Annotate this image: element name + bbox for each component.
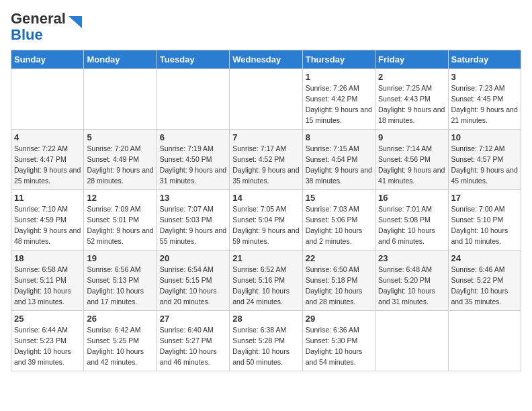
- day-number: 8: [306, 132, 372, 142]
- calendar-day-cell: 1Sunrise: 7:26 AMSunset: 4:42 PMDaylight…: [302, 69, 375, 130]
- day-info: Sunrise: 6:44 AMSunset: 5:23 PMDaylight:…: [14, 325, 81, 367]
- logo: GeneralBlue: [11, 11, 82, 43]
- calendar-day-cell: 12Sunrise: 7:09 AMSunset: 5:01 PMDayligh…: [84, 190, 157, 250]
- day-info: Sunrise: 7:23 AMSunset: 4:45 PMDaylight:…: [451, 83, 518, 126]
- day-info: Sunrise: 7:10 AMSunset: 4:59 PMDaylight:…: [14, 204, 81, 246]
- day-number: 11: [14, 193, 81, 203]
- day-info: Sunrise: 7:19 AMSunset: 4:50 PMDaylight:…: [160, 144, 226, 186]
- day-number: 19: [87, 253, 153, 263]
- day-info: Sunrise: 7:26 AMSunset: 4:42 PMDaylight:…: [306, 83, 372, 126]
- day-number: 16: [378, 193, 445, 203]
- calendar-day-cell: 21Sunrise: 6:52 AMSunset: 5:16 PMDayligh…: [230, 250, 302, 311]
- day-number: 28: [232, 314, 299, 324]
- calendar-day-cell: 3Sunrise: 7:23 AMSunset: 4:45 PMDaylight…: [448, 69, 521, 130]
- day-number: 24: [451, 253, 518, 263]
- day-number: 27: [160, 314, 226, 324]
- calendar-day-cell: 11Sunrise: 7:10 AMSunset: 4:59 PMDayligh…: [11, 190, 84, 250]
- day-info: Sunrise: 6:46 AMSunset: 5:22 PMDaylight:…: [451, 265, 518, 307]
- day-info: Sunrise: 6:48 AMSunset: 5:20 PMDaylight:…: [378, 265, 445, 307]
- calendar-day-cell: 5Sunrise: 7:20 AMSunset: 4:49 PMDaylight…: [84, 130, 157, 190]
- day-info: Sunrise: 7:17 AMSunset: 4:52 PMDaylight:…: [232, 144, 299, 186]
- calendar-week-row: 4Sunrise: 7:22 AMSunset: 4:47 PMDaylight…: [11, 130, 521, 190]
- calendar-day-cell: 16Sunrise: 7:01 AMSunset: 5:08 PMDayligh…: [375, 190, 448, 250]
- calendar-day-cell: 19Sunrise: 6:56 AMSunset: 5:13 PMDayligh…: [84, 250, 157, 311]
- weekday-header-cell: Monday: [84, 50, 157, 69]
- day-info: Sunrise: 6:42 AMSunset: 5:25 PMDaylight:…: [87, 325, 153, 367]
- weekday-header-row: SundayMondayTuesdayWednesdayThursdayFrid…: [11, 50, 521, 69]
- calendar-day-cell: 7Sunrise: 7:17 AMSunset: 4:52 PMDaylight…: [230, 130, 302, 190]
- day-number: 12: [87, 193, 153, 203]
- calendar-day-cell: [448, 311, 521, 371]
- day-number: 5: [87, 132, 153, 142]
- day-info: Sunrise: 7:07 AMSunset: 5:03 PMDaylight:…: [160, 204, 226, 246]
- calendar-day-cell: 6Sunrise: 7:19 AMSunset: 4:50 PMDaylight…: [157, 130, 229, 190]
- day-number: 17: [451, 193, 518, 203]
- day-info: Sunrise: 7:12 AMSunset: 4:57 PMDaylight:…: [451, 144, 518, 186]
- weekday-header-cell: Wednesday: [230, 50, 302, 69]
- day-number: 7: [232, 132, 299, 142]
- calendar-body: 1Sunrise: 7:26 AMSunset: 4:42 PMDaylight…: [11, 69, 521, 371]
- calendar-day-cell: 24Sunrise: 6:46 AMSunset: 5:22 PMDayligh…: [448, 250, 521, 311]
- day-number: 18: [14, 253, 81, 263]
- calendar-day-cell: 4Sunrise: 7:22 AMSunset: 4:47 PMDaylight…: [11, 130, 84, 190]
- calendar-day-cell: 18Sunrise: 6:58 AMSunset: 5:11 PMDayligh…: [11, 250, 84, 311]
- weekday-header-cell: Tuesday: [157, 50, 229, 69]
- calendar-day-cell: 26Sunrise: 6:42 AMSunset: 5:25 PMDayligh…: [84, 311, 157, 371]
- calendar-table: SundayMondayTuesdayWednesdayThursdayFrid…: [11, 50, 521, 371]
- header: GeneralBlue: [11, 11, 521, 43]
- day-info: Sunrise: 7:03 AMSunset: 5:06 PMDaylight:…: [306, 204, 372, 246]
- calendar-day-cell: 28Sunrise: 6:38 AMSunset: 5:28 PMDayligh…: [230, 311, 302, 371]
- day-number: 10: [451, 132, 518, 142]
- day-number: 15: [306, 193, 372, 203]
- logo-arrow-icon: [69, 16, 82, 28]
- day-info: Sunrise: 6:40 AMSunset: 5:27 PMDaylight:…: [160, 325, 226, 367]
- day-number: 3: [451, 72, 518, 82]
- calendar-day-cell: [230, 69, 302, 130]
- calendar-day-cell: 8Sunrise: 7:15 AMSunset: 4:54 PMDaylight…: [302, 130, 375, 190]
- day-info: Sunrise: 7:25 AMSunset: 4:43 PMDaylight:…: [378, 83, 445, 126]
- calendar-day-cell: 13Sunrise: 7:07 AMSunset: 5:03 PMDayligh…: [157, 190, 229, 250]
- calendar-day-cell: 15Sunrise: 7:03 AMSunset: 5:06 PMDayligh…: [302, 190, 375, 250]
- calendar-day-cell: [375, 311, 448, 371]
- calendar-day-cell: 25Sunrise: 6:44 AMSunset: 5:23 PMDayligh…: [11, 311, 84, 371]
- calendar-day-cell: 2Sunrise: 7:25 AMSunset: 4:43 PMDaylight…: [375, 69, 448, 130]
- day-number: 25: [14, 314, 81, 324]
- calendar-day-cell: [84, 69, 157, 130]
- calendar-day-cell: [157, 69, 229, 130]
- day-number: 29: [306, 314, 372, 324]
- day-info: Sunrise: 6:58 AMSunset: 5:11 PMDaylight:…: [14, 265, 81, 307]
- weekday-header-cell: Saturday: [448, 50, 521, 69]
- calendar-day-cell: 14Sunrise: 7:05 AMSunset: 5:04 PMDayligh…: [230, 190, 302, 250]
- day-number: 2: [378, 72, 445, 82]
- calendar-week-row: 18Sunrise: 6:58 AMSunset: 5:11 PMDayligh…: [11, 250, 521, 311]
- day-number: 1: [306, 72, 372, 82]
- day-number: 4: [14, 132, 81, 142]
- calendar-week-row: 1Sunrise: 7:26 AMSunset: 4:42 PMDaylight…: [11, 69, 521, 130]
- day-info: Sunrise: 6:56 AMSunset: 5:13 PMDaylight:…: [87, 265, 153, 307]
- day-info: Sunrise: 7:15 AMSunset: 4:54 PMDaylight:…: [306, 144, 372, 186]
- svg-marker-0: [69, 16, 82, 28]
- day-info: Sunrise: 6:52 AMSunset: 5:16 PMDaylight:…: [232, 265, 299, 307]
- day-number: 22: [306, 253, 372, 263]
- calendar-day-cell: 29Sunrise: 6:36 AMSunset: 5:30 PMDayligh…: [302, 311, 375, 371]
- day-info: Sunrise: 7:09 AMSunset: 5:01 PMDaylight:…: [87, 204, 153, 246]
- day-info: Sunrise: 6:54 AMSunset: 5:15 PMDaylight:…: [160, 265, 226, 307]
- day-info: Sunrise: 7:00 AMSunset: 5:10 PMDaylight:…: [451, 204, 518, 246]
- calendar-week-row: 11Sunrise: 7:10 AMSunset: 4:59 PMDayligh…: [11, 190, 521, 250]
- day-info: Sunrise: 6:50 AMSunset: 5:18 PMDaylight:…: [306, 265, 372, 307]
- day-info: Sunrise: 7:20 AMSunset: 4:49 PMDaylight:…: [87, 144, 153, 186]
- day-info: Sunrise: 7:01 AMSunset: 5:08 PMDaylight:…: [378, 204, 445, 246]
- day-number: 21: [232, 253, 299, 263]
- calendar-day-cell: 20Sunrise: 6:54 AMSunset: 5:15 PMDayligh…: [157, 250, 229, 311]
- day-number: 20: [160, 253, 226, 263]
- day-number: 13: [160, 193, 226, 203]
- calendar-day-cell: 9Sunrise: 7:14 AMSunset: 4:56 PMDaylight…: [375, 130, 448, 190]
- weekday-header-cell: Sunday: [11, 50, 84, 69]
- day-info: Sunrise: 7:14 AMSunset: 4:56 PMDaylight:…: [378, 144, 445, 186]
- calendar-day-cell: 10Sunrise: 7:12 AMSunset: 4:57 PMDayligh…: [448, 130, 521, 190]
- calendar-day-cell: 27Sunrise: 6:40 AMSunset: 5:27 PMDayligh…: [157, 311, 229, 371]
- day-number: 23: [378, 253, 445, 263]
- day-number: 9: [378, 132, 445, 142]
- day-number: 6: [160, 132, 226, 142]
- calendar-week-row: 25Sunrise: 6:44 AMSunset: 5:23 PMDayligh…: [11, 311, 521, 371]
